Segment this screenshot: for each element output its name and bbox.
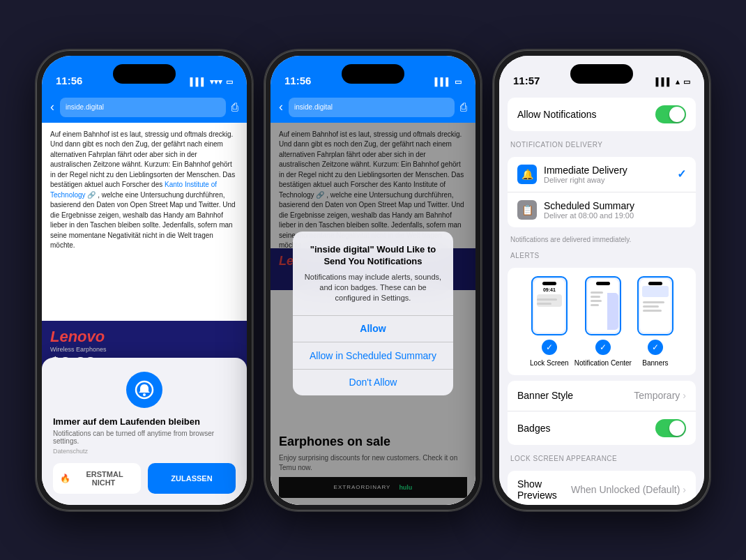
alert-overlay: "inside digital" Would Like to Send You … (271, 123, 475, 505)
phone-1: 11:56 ▌▌▌ ▾▾▾ ▭ ‹ inside.digital ⎙ (36, 50, 252, 510)
wifi-icon-3: ▴ (676, 77, 680, 86)
show-previews-label: Show Previews (517, 478, 571, 501)
web-text-1: Auf einem Bahnhof ist es laut, stressig … (50, 130, 235, 189)
scheduled-summary-row[interactable]: 📋 Scheduled Summary Deliver at 08:00 and… (508, 192, 696, 227)
alerts-section-header: ALERTS (499, 248, 704, 262)
notif-center-lines (591, 292, 604, 308)
browser-bar-1: ‹ inside.digital ⎙ (42, 92, 247, 123)
banners-lines (643, 301, 668, 314)
dynamic-island-1 (113, 64, 176, 84)
dynamic-island-3 (570, 64, 633, 84)
badges-toggle-knob (669, 421, 685, 436)
scheduled-title: Scheduled Summary (544, 200, 686, 211)
notif-prompt-title-1: Immer auf dem Laufenden bleiben (53, 416, 236, 427)
lock-screen-mini-time: 09:41 (543, 287, 556, 292)
lock-screen-mini-phone: 09:41 (531, 276, 568, 335)
badges-label: Badges (517, 423, 655, 434)
banner-style-chevron: › (683, 390, 686, 401)
url-text-1: inside.digital (66, 103, 104, 111)
banner-style-label: Banner Style (517, 390, 634, 401)
allow-notifications-section: Allow Notifications (508, 98, 696, 131)
phone-1-shell: 11:56 ▌▌▌ ▾▾▾ ▭ ‹ inside.digital ⎙ (36, 50, 252, 510)
line-1 (537, 298, 557, 301)
web-icon-1: 🔗 (87, 191, 96, 199)
banners-label: Banners (642, 359, 668, 367)
share-icon-2[interactable]: ⎙ (460, 101, 467, 114)
datenschutz-1: Datenschutz (53, 448, 236, 455)
delivery-section-header: NOTIFICATION DELIVERY (499, 137, 704, 151)
lock-screen-mini-screen: 09:41 (534, 279, 565, 333)
alert-body: "inside digital" Would Like to Send You … (293, 232, 453, 315)
nc-line-2 (591, 296, 600, 298)
battery-icon-2: ▭ (455, 77, 462, 86)
immediate-title: Immediate Delivery (544, 165, 677, 176)
zulassen-button[interactable]: ZULASSEN (148, 463, 236, 494)
status-time-2: 11:56 (284, 75, 311, 86)
banners-notch (648, 282, 662, 285)
nc-line-1 (591, 292, 603, 294)
notif-center-mini-phone (585, 276, 621, 335)
notif-center-notch (596, 282, 610, 285)
immediate-sub: Deliver right away (544, 176, 677, 184)
immediate-delivery-row[interactable]: 🔔 Immediate Delivery Deliver right away … (508, 157, 696, 192)
allow-notifications-toggle[interactable] (655, 105, 686, 123)
url-bar-1[interactable]: inside.digital (60, 98, 226, 117)
nc-line-4 (591, 304, 599, 306)
status-icons-3: ▌▌▌ ▴ ▭ (656, 77, 690, 86)
signal-icon-2: ▌▌▌ (435, 77, 451, 86)
phone-2-shell: 11:56 ▌▌▌ ▭ ‹ inside.digital ⎙ Auf einem (265, 50, 481, 510)
scheduled-sub: Deliver at 08:00 and 19:00 (544, 211, 686, 220)
ad-sub-1: Wireless Earphones (50, 346, 238, 353)
alerts-section: 09:41 ✓ Lock Screen (508, 268, 696, 375)
b-line-2 (643, 305, 659, 308)
phone-1-screen: 11:56 ▌▌▌ ▾▾▾ ▭ ‹ inside.digital ⎙ (42, 56, 247, 505)
banner-style-value: Temporary (634, 390, 680, 401)
banner-badges-section: Banner Style Temporary › Badges (508, 381, 696, 445)
b-line-3 (643, 310, 662, 312)
url-text-2: inside.digital (294, 103, 333, 111)
back-icon-1[interactable]: ‹ (50, 100, 54, 114)
ad-brand-1: Lenovo (50, 328, 238, 346)
show-previews-row[interactable]: Show Previews When Unlocked (Default) › (508, 471, 696, 505)
badges-toggle[interactable] (655, 419, 686, 437)
notification-prompt-1: Immer auf dem Laufenden bleiben Notifica… (42, 358, 247, 505)
dont-allow-button[interactable]: Don't Allow (293, 369, 453, 395)
back-icon-2[interactable]: ‹ (279, 100, 283, 114)
notif-center-check: ✓ (595, 340, 611, 355)
url-bar-2[interactable]: inside.digital (289, 98, 455, 117)
dynamic-island-2 (342, 64, 404, 84)
show-previews-value: When Unlocked (Default) (571, 484, 680, 495)
share-icon-1[interactable]: ⎙ (231, 101, 238, 114)
scheduled-info: Scheduled Summary Deliver at 08:00 and 1… (544, 200, 686, 220)
ios-alert: "inside digital" Would Like to Send You … (293, 232, 453, 395)
settings-content: ‹ inside digital Notifications Allow Not… (499, 56, 704, 505)
status-time-1: 11:56 (56, 75, 82, 86)
calendar-icon: 📋 (522, 204, 533, 215)
signal-icon-1: ▌▌▌ (190, 77, 206, 86)
b-line-1 (643, 301, 664, 303)
allow-scheduled-button[interactable]: Allow in Scheduled Summary (293, 342, 453, 369)
phone-3-shell: 11:57 ▌▌▌ ▴ ▭ ‹ inside digital Notificat… (494, 50, 710, 510)
lock-screen-mini-notch (542, 282, 556, 285)
immediate-info: Immediate Delivery Deliver right away (544, 165, 677, 184)
banners-mini-screen (640, 279, 671, 333)
banners-preview[interactable]: ✓ Banners (637, 276, 673, 367)
allow-button[interactable]: Allow (293, 315, 453, 342)
phone-3-screen: 11:57 ▌▌▌ ▴ ▭ ‹ inside digital Notificat… (499, 56, 704, 505)
banner-style-row[interactable]: Banner Style Temporary › (508, 381, 696, 411)
notification-center-preview[interactable]: ✓ Notification Center (574, 276, 632, 367)
erstmal-button[interactable]: 🔥 ERSTMAL NICHT (53, 463, 141, 494)
lock-screen-label: Lock Screen (530, 359, 569, 367)
bell-icon (135, 380, 154, 400)
show-previews-chevron: › (683, 484, 686, 495)
web-view-1: Auf einem Bahnhof ist es laut, stressig … (42, 123, 247, 505)
phone-3: 11:57 ▌▌▌ ▴ ▭ ‹ inside digital Notificat… (494, 50, 710, 510)
notif-prompt-sub-1: Notifications can be turned off anytime … (53, 430, 236, 445)
immediate-checkmark: ✓ (677, 167, 686, 181)
bell-delivery-icon: 🔔 (522, 169, 533, 180)
banners-mini-phone (637, 276, 673, 335)
delivery-section: 🔔 Immediate Delivery Deliver right away … (508, 157, 696, 227)
battery-icon-1: ▭ (226, 77, 233, 86)
notif-center-mini-screen (588, 279, 618, 333)
lock-screen-preview[interactable]: 09:41 ✓ Lock Screen (530, 276, 569, 367)
